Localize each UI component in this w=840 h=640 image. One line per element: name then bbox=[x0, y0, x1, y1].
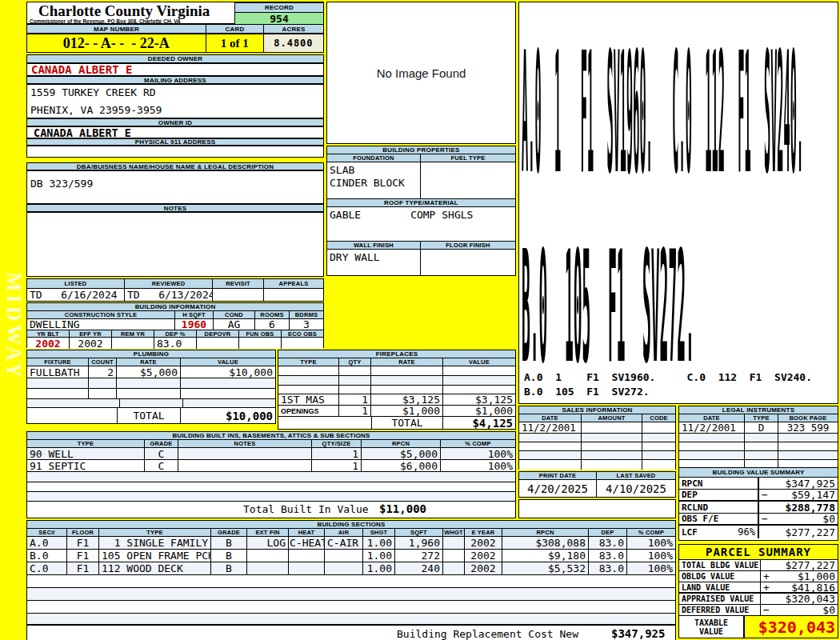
sales-title: SALES INFORMATION bbox=[519, 406, 675, 414]
vsum-lcf-pct: 96% bbox=[738, 526, 755, 538]
cell bbox=[642, 434, 675, 442]
reviewed-label: REVIEWED bbox=[125, 279, 213, 288]
plumbing-count: 2 bbox=[89, 366, 117, 378]
cell bbox=[27, 588, 675, 600]
cell bbox=[27, 575, 675, 587]
psum-value: $0 bbox=[822, 605, 835, 615]
cell bbox=[89, 378, 117, 388]
bsec-sqft: 240 bbox=[395, 562, 443, 574]
builtins-h-comp: % COMP bbox=[441, 440, 515, 447]
roof-label: ROOF TYPE/MATERIAL bbox=[327, 199, 515, 206]
bsec-air bbox=[325, 550, 363, 562]
cell bbox=[519, 442, 582, 450]
physical-address-label: PHYSICAL 911 ADDRESS bbox=[26, 138, 324, 146]
bsec-eyear: 2002 bbox=[465, 537, 502, 549]
revisit-label: REVISIT bbox=[213, 279, 264, 288]
map-header-row: MAP NUMBER CARD ACRES bbox=[26, 24, 324, 34]
dep-label: DEP % bbox=[154, 330, 197, 337]
bsec-type: 105 OPEN FRAME PCH bbox=[99, 550, 211, 562]
cell bbox=[519, 451, 582, 459]
parcel-summary-table: PARCEL SUMMARY TOTAL BLDG VALUE $277,227… bbox=[678, 544, 838, 638]
photo-placeholder: No Image Found bbox=[326, 2, 516, 144]
cell bbox=[582, 451, 642, 459]
vsum-op: − bbox=[762, 490, 768, 500]
print-date-value: 4/20/2025 bbox=[519, 480, 597, 497]
bsec-h-shgt: SHGT bbox=[363, 529, 395, 536]
ecoobs-value bbox=[282, 338, 323, 349]
psum-label: TOTAL BLDG VALUE bbox=[679, 560, 761, 570]
bsec-dep: 83.0 bbox=[589, 550, 627, 562]
cell bbox=[181, 389, 275, 398]
review-table: LISTED REVIEWED REVISIT APPEALS TD 6/16/… bbox=[26, 278, 324, 302]
bsec-air bbox=[325, 562, 363, 574]
cell bbox=[278, 386, 339, 394]
builtin-rpcn: $6,000 bbox=[362, 460, 441, 471]
hsqft-label: H SQFT bbox=[175, 311, 214, 318]
cell bbox=[89, 389, 117, 398]
builtins-h-rpcn: RPCN bbox=[362, 440, 441, 447]
cell bbox=[117, 378, 181, 388]
cell bbox=[183, 399, 275, 407]
mailing-address-label: MAILING ADDRESS bbox=[26, 76, 324, 84]
legal-bookpage: 323 599 bbox=[778, 422, 838, 433]
builtins-h-grade: GRADE bbox=[145, 440, 178, 447]
depovr-value bbox=[197, 338, 239, 349]
value-summary-title: BUILDING VALUE SUMMARY bbox=[679, 468, 838, 477]
openings-rate: $1,000 bbox=[371, 406, 443, 416]
cell bbox=[519, 460, 582, 470]
vsum-label: LCF bbox=[682, 527, 698, 538]
psum-value: $1,000 bbox=[798, 571, 835, 582]
last-saved-label: LAST SAVED bbox=[597, 472, 675, 479]
builtin-type: 90 WELL bbox=[27, 448, 145, 459]
bdrms-label: BDRMS bbox=[290, 311, 323, 318]
vsum-value: $59,147 bbox=[791, 490, 835, 500]
bsec-type: 112 WOOD DECK bbox=[99, 562, 211, 574]
vsum-value-cell: − $0 bbox=[759, 514, 838, 524]
cell bbox=[339, 386, 371, 394]
taxable-word-1: TAXABLE bbox=[694, 618, 728, 627]
bsec-h-floor: FLOOR bbox=[67, 529, 99, 536]
bsec-type: 1 SINGLE FAMILY bbox=[99, 537, 211, 549]
legal-h-type: TYPE bbox=[745, 414, 778, 422]
builtin-qty: 1 bbox=[312, 460, 362, 471]
fireplaces-h-value: VALUE bbox=[443, 358, 515, 366]
sale-date: 11/2/2001 bbox=[519, 422, 582, 433]
bsec-h-extfin: EXT FIN bbox=[247, 529, 289, 536]
cell bbox=[27, 389, 89, 398]
cell bbox=[582, 442, 642, 450]
psum-op: + bbox=[763, 571, 770, 582]
cell bbox=[278, 376, 339, 385]
bsec-comp: 100% bbox=[627, 550, 675, 562]
empty-panel bbox=[518, 499, 676, 518]
cell bbox=[778, 451, 838, 459]
builtins-total-label: Total Built In Value bbox=[243, 503, 369, 515]
acres-label: ACRES bbox=[264, 24, 324, 34]
builtin-notes bbox=[178, 448, 312, 459]
legal-description-box: DB 323/599 bbox=[26, 170, 324, 204]
bsec-sqft: 272 bbox=[395, 550, 443, 562]
fuel-type-label: FUEL TYPE bbox=[421, 154, 515, 162]
legal-h-date: DATE bbox=[679, 414, 745, 422]
openings-value: $1,000 bbox=[443, 406, 515, 416]
building-sections-table: BUILDING SECTIONS SEC# FLOOR TYPE GRADE … bbox=[26, 520, 676, 640]
cell bbox=[27, 614, 675, 624]
bsec-shgt: 1.00 bbox=[363, 562, 395, 574]
appeals-label: APPEALS bbox=[264, 279, 323, 288]
legal-title: LEGAL INSTRUMENTS bbox=[679, 406, 838, 414]
effyr-value: 2002 bbox=[70, 338, 112, 349]
psum-value: $320,043 bbox=[761, 594, 838, 604]
bsec-dep: 83.0 bbox=[589, 537, 627, 549]
vsum-label: DEP bbox=[679, 490, 759, 500]
bsec-eyear: 2002 bbox=[465, 550, 502, 562]
parcel-summary-title: PARCEL SUMMARY bbox=[679, 545, 838, 559]
fireplaces-total-label: TOTAL bbox=[371, 417, 443, 429]
cell bbox=[114, 399, 120, 407]
dep-value: 83.0 bbox=[154, 338, 197, 349]
cell bbox=[642, 442, 675, 450]
foundation-label: FOUNDATION bbox=[327, 154, 421, 162]
builtins-title: BUILDING BUILT INS, BASEMENTS, ATTICS & … bbox=[27, 432, 515, 439]
fireplaces-h-rate: RATE bbox=[371, 358, 443, 366]
bsec-whgt bbox=[443, 537, 465, 549]
builtin-rpcn: $5,000 bbox=[362, 448, 441, 459]
physical-address-box bbox=[26, 146, 324, 158]
